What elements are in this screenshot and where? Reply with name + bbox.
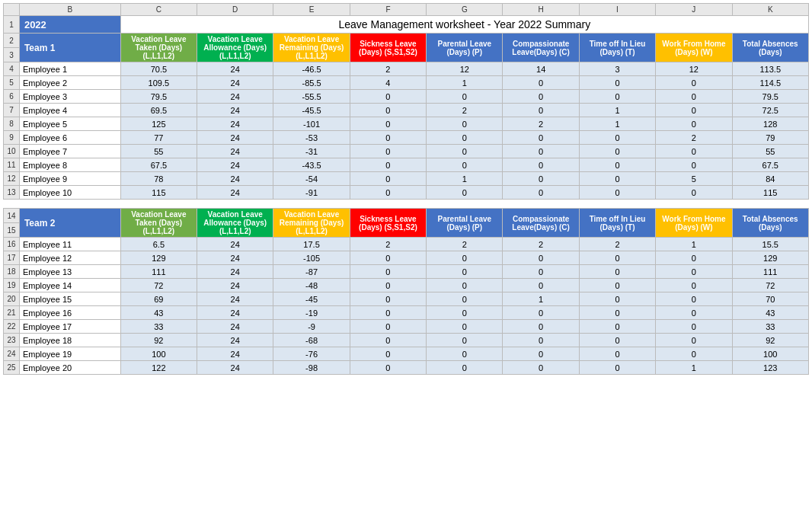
col-header-parental: Parental Leave (Days) (P) [427,34,503,62]
table-row: 25 Employee 20 122 24 -98 0 0 0 0 1 123 [4,361,809,375]
spacer-row [4,200,809,209]
col-header-tol-t2: Time off In Lieu (Days) (T) [579,209,655,238]
table-row: 23 Employee 18 92 24 -68 0 0 0 0 0 92 [4,334,809,347]
table-row: 16 Employee 11 6.5 24 17.5 2 2 2 2 1 15.… [4,238,809,251]
table-row: 13 Employee 10 115 24 -91 0 0 0 0 0 115 [4,186,809,200]
table-row: 12 Employee 9 78 24 -54 0 1 0 0 5 84 [4,172,809,186]
col-header-vac-remaining-t2: Vacation Leave Remaining (Days)(L,L1,L2) [273,209,350,238]
team1-header-row: 2 Team 1 Vacation Leave Taken (Days)(L,L… [4,34,809,48]
table-row: 10 Employee 7 55 24 -31 0 0 0 0 0 55 [4,145,809,158]
year-cell: 2022 [19,16,120,34]
col-header-parental-t2: Parental Leave (Days) (P) [427,209,503,238]
col-header-vac-allowance-t2: Vacation Leave Allowance (Days)(L,L1,L2) [197,209,273,238]
table-row: 22 Employee 17 33 24 -9 0 0 0 0 0 33 [4,320,809,334]
col-header-sickness-t2: Sickness Leave (Days) (S,S1,S2) [350,209,426,238]
table-row: 7 Employee 4 69.5 24 -45.5 0 2 0 1 0 72.… [4,104,809,117]
team2-label: Team 2 [19,209,120,238]
col-header-vac-remaining: Vacation Leave Remaining (Days)(L,L1,L2) [273,34,350,62]
col-header-compassionate-t2: Compassionate Leave(Days) (C) [503,209,579,238]
table-row: 6 Employee 3 79.5 24 -55.5 0 0 0 0 0 79.… [4,90,809,104]
team2-header-row: 14 Team 2 Vacation Leave Taken (Days)(L,… [4,209,809,223]
table-row: 11 Employee 8 67.5 24 -43.5 0 0 0 0 0 67… [4,158,809,172]
col-header-compassionate: Compassionate Leave(Days) (C) [503,34,579,62]
col-header-vac-allowance: Vacation Leave Allowance (Days)(L,L1,L2) [197,34,273,62]
table-row: 21 Employee 16 43 24 -19 0 0 0 0 0 43 [4,306,809,320]
table-row: 18 Employee 13 111 24 -87 0 0 0 0 0 111 [4,265,809,279]
col-letters-row: B C D E F G H I J K [4,4,809,16]
col-header-wfh: Work From Home (Days) (W) [656,34,732,62]
table-row: 17 Employee 12 129 24 -105 0 0 0 0 0 129 [4,251,809,265]
table-row: 8 Employee 5 125 24 -101 0 0 2 1 0 128 [4,117,809,131]
table-row: 19 Employee 14 72 24 -48 0 0 0 0 0 72 [4,279,809,292]
team1-label: Team 1 [19,34,120,62]
col-header-total: Total Absences (Days) [732,34,808,62]
table-row: 5 Employee 2 109.5 24 -85.5 4 1 0 0 0 11… [4,76,809,90]
table-row: 24 Employee 19 100 24 -76 0 0 0 0 0 100 [4,347,809,361]
col-header-sickness: Sickness Leave (Days) (S,S1,S2) [350,34,426,62]
col-header-wfh-t2: Work From Home (Days) (W) [656,209,732,238]
title-row: 1 2022 Leave Management worksheet - Year… [4,16,809,34]
col-header-tol: Time off In Lieu (Days) (T) [579,34,655,62]
col-header-total-t2: Total Absences (Days) [732,209,808,238]
spreadsheet: B C D E F G H I J K 1 2022 Leave Managem… [3,3,809,375]
table-row: 4 Employee 1 70.5 24 -46.5 2 12 14 3 12 … [4,62,809,76]
page-title: Leave Management worksheet - Year 2022 S… [120,16,808,34]
table-row: 9 Employee 6 77 24 -53 0 0 0 0 2 79 [4,131,809,145]
col-header-vac-taken: Vacation Leave Taken (Days)(L,L1,L2) [120,34,197,62]
col-header-vac-taken-t2: Vacation Leave Taken (Days)(L,L1,L2) [120,209,197,238]
table-row: 20 Employee 15 69 24 -45 0 0 1 0 0 70 [4,292,809,306]
